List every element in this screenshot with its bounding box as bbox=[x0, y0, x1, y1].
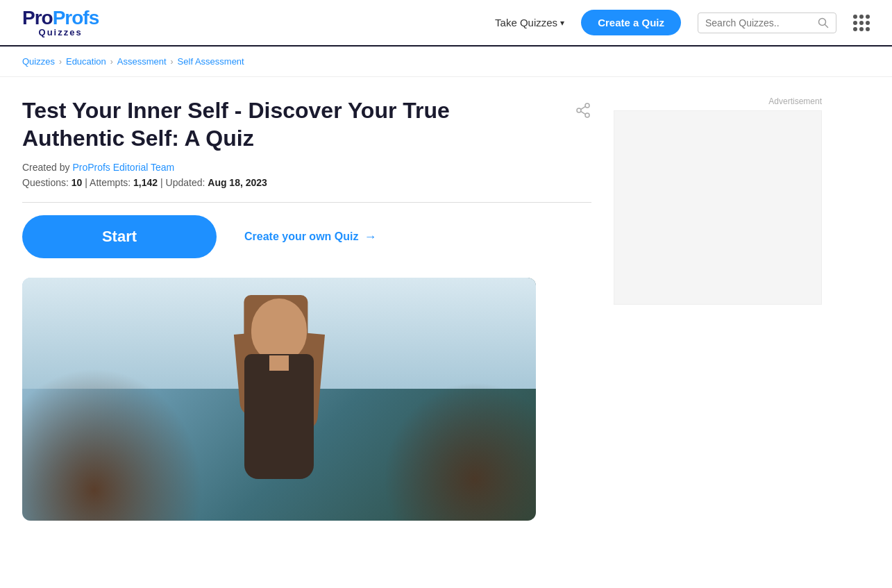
created-by: Created by ProProfs Editorial Team bbox=[22, 162, 591, 173]
attempts-count: 1,142 bbox=[133, 177, 158, 188]
attempts-label: | Attempts: bbox=[82, 177, 133, 188]
updated-date: Aug 18, 2023 bbox=[208, 177, 267, 188]
create-own-quiz-link[interactable]: Create your own Quiz → bbox=[244, 230, 376, 244]
breadcrumb-education[interactable]: Education bbox=[66, 56, 106, 67]
sidebar: Advertisement bbox=[614, 96, 822, 521]
breadcrumb-assessment[interactable]: Assessment bbox=[117, 56, 167, 67]
svg-point-4 bbox=[585, 113, 589, 117]
search-box bbox=[698, 12, 836, 33]
questions-label: Questions: bbox=[22, 177, 71, 188]
svg-line-1 bbox=[825, 24, 828, 27]
logo-subtitle: Quizzes bbox=[39, 28, 83, 37]
woman-body bbox=[244, 354, 314, 479]
create-own-label: Create your own Quiz bbox=[244, 230, 358, 243]
author-link[interactable]: ProProfs Editorial Team bbox=[72, 162, 174, 173]
take-quizzes-button[interactable]: Take Quizzes bbox=[495, 17, 564, 28]
quiz-meta: Questions: 10 | Attempts: 1,142 | Update… bbox=[22, 177, 591, 188]
ad-label: Advertisement bbox=[614, 96, 822, 106]
logo[interactable]: ProProfs Quizzes bbox=[22, 8, 99, 37]
woman-neck bbox=[269, 355, 289, 371]
site-header: ProProfs Quizzes Take Quizzes Create a Q… bbox=[0, 0, 892, 47]
updated-label: | Updated: bbox=[158, 177, 208, 188]
logo-pro: Pro bbox=[22, 7, 53, 28]
questions-count: 10 bbox=[71, 177, 83, 188]
header-nav: Take Quizzes Create a Quiz bbox=[495, 10, 870, 35]
divider bbox=[22, 202, 591, 203]
svg-point-3 bbox=[577, 108, 581, 112]
action-row: Start Create your own Quiz → bbox=[22, 215, 591, 258]
search-input[interactable] bbox=[705, 17, 814, 28]
svg-line-6 bbox=[581, 111, 586, 114]
search-icon bbox=[818, 17, 829, 28]
quiz-title-row: Test Your Inner Self - Discover Your Tru… bbox=[22, 96, 591, 152]
woman-head bbox=[251, 299, 307, 361]
share-icon[interactable] bbox=[575, 102, 591, 123]
create-quiz-button[interactable]: Create a Quiz bbox=[581, 10, 681, 35]
svg-point-2 bbox=[585, 103, 589, 108]
bg-blob-left bbox=[22, 368, 203, 521]
breadcrumb-sep-3: › bbox=[171, 57, 174, 67]
woman-figure bbox=[189, 292, 369, 521]
created-by-prefix: Created by bbox=[22, 162, 72, 173]
quiz-image bbox=[22, 278, 536, 521]
breadcrumb-quizzes[interactable]: Quizzes bbox=[22, 56, 55, 67]
quiz-title: Test Your Inner Self - Discover Your Tru… bbox=[22, 96, 508, 152]
content-area: Test Your Inner Self - Discover Your Tru… bbox=[22, 96, 591, 521]
svg-line-5 bbox=[581, 106, 586, 109]
breadcrumb-sep-1: › bbox=[59, 57, 62, 67]
apps-grid-icon[interactable] bbox=[853, 15, 870, 31]
breadcrumb-self-assessment: Self Assessment bbox=[178, 56, 244, 67]
start-button[interactable]: Start bbox=[22, 215, 217, 258]
ad-box bbox=[614, 110, 822, 305]
arrow-icon: → bbox=[364, 230, 376, 244]
bg-blob-right bbox=[383, 382, 536, 521]
main-layout: Test Your Inner Self - Discover Your Tru… bbox=[0, 77, 892, 540]
logo-profs: Profs bbox=[53, 7, 99, 28]
breadcrumb-sep-2: › bbox=[110, 57, 113, 67]
breadcrumb: Quizzes › Education › Assessment › Self … bbox=[0, 47, 892, 77]
